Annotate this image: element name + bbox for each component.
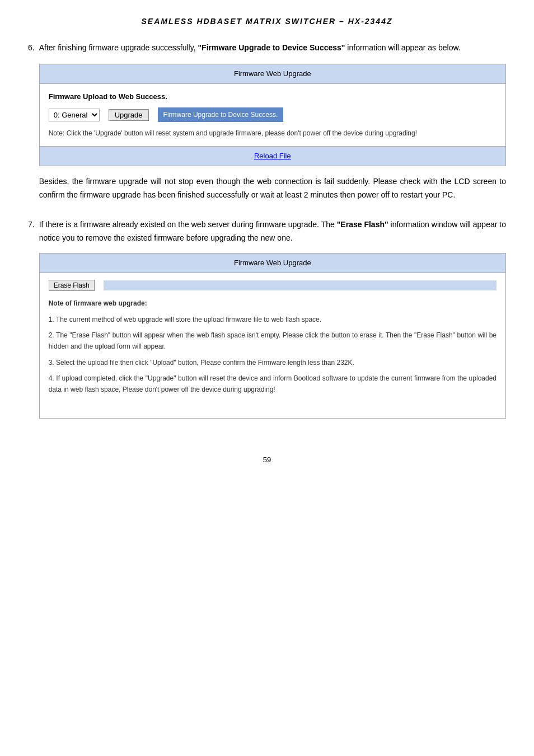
erase-progress-bar	[104, 280, 496, 290]
section-7-intro: If there is a firmware already existed o…	[39, 218, 506, 245]
general-select[interactable]: 0: General	[49, 109, 100, 121]
firmware-box-2: Firmware Web Upgrade Erase Flash Note of…	[39, 253, 506, 419]
note-1: 1. The current method of web upgrade wil…	[49, 314, 496, 325]
firmware-box-1: Firmware Web Upgrade Firmware Upload to …	[39, 64, 506, 166]
firmware-box-2-header: Firmware Web Upgrade	[40, 253, 505, 273]
erase-flash-button[interactable]: Erase Flash	[49, 280, 95, 291]
note-3: 3. Select the upload file then click "Up…	[49, 357, 496, 368]
firmware-notes: Note of firmware web upgrade: 1. The cur…	[49, 298, 496, 396]
upgrade-button[interactable]: Upgrade	[109, 109, 149, 121]
page-footer: 59	[28, 456, 506, 464]
note-4: 4. If upload completed, click the "Upgra…	[49, 373, 496, 396]
page-header: SEAMLESS HDBASET MATRIX SWITCHER – HX-23…	[28, 17, 506, 26]
notes-title: Note of firmware web upgrade:	[49, 298, 496, 309]
section-6: 6. After finishing firmware upgrade succ…	[28, 41, 506, 201]
firmware-box-1-footer: Reload File	[40, 146, 505, 166]
status-bar: Firmware Upgrade to Device Success.	[158, 107, 284, 122]
note-2: 2. The "Erase Flash" button will appear …	[49, 330, 496, 353]
section-7: 7. If there is a firmware already existe…	[28, 218, 506, 427]
erase-row: Erase Flash	[49, 280, 496, 291]
upload-row: 0: General Upgrade Firmware Upgrade to D…	[49, 107, 496, 122]
reload-file-link[interactable]: Reload File	[254, 152, 291, 160]
section-6-paragraph: Besides, the firmware upgrade will not s…	[39, 175, 506, 202]
firmware-box-1-header: Firmware Web Upgrade	[40, 64, 505, 84]
section-6-intro: After finishing firmware upgrade success…	[39, 41, 506, 55]
section-6-number: 6.	[28, 41, 35, 201]
upload-success-label: Firmware Upload to Web Success.	[49, 91, 496, 103]
firmware-note: Note: Click the 'Upgrade' button will re…	[49, 128, 496, 139]
section-7-number: 7.	[28, 218, 35, 427]
